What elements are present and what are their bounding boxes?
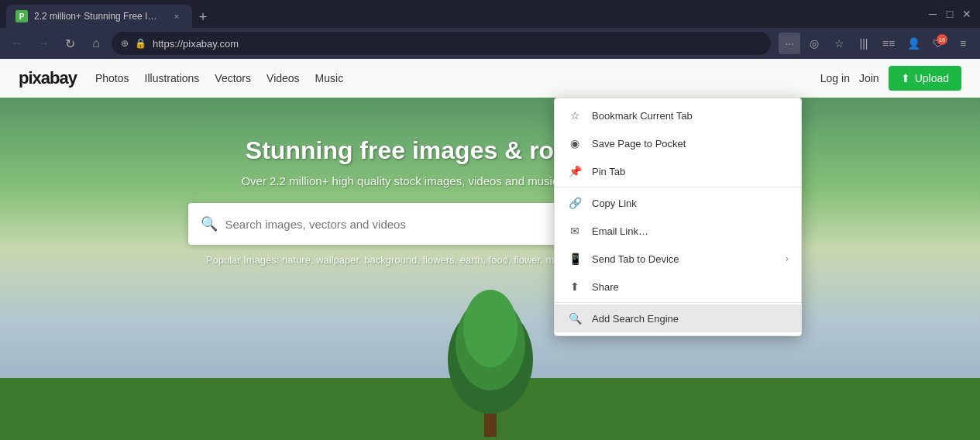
hero-section: Stunning free images & royalty free stoc… bbox=[0, 98, 980, 281]
history-button[interactable]: ||| bbox=[853, 33, 875, 54]
address-bar: ← → ↻ ⌂ ⊕ 🔒 https://pixabay.com ··· ◎ ☆ … bbox=[0, 28, 980, 59]
pocket-icon: ◎ bbox=[810, 37, 819, 50]
new-tab-button[interactable]: + bbox=[192, 6, 214, 28]
page-content: pixabay Photos Illustrations Vectors Vid… bbox=[0, 59, 980, 440]
pocket-menu-icon: ◉ bbox=[567, 136, 583, 151]
minimize-button[interactable]: ─ bbox=[926, 7, 940, 21]
lock-icon: 🔒 bbox=[135, 38, 146, 49]
nav-link-photos[interactable]: Photos bbox=[95, 72, 129, 84]
menu-item-email[interactable]: ✉ Email Link… bbox=[555, 217, 801, 245]
share-menu-icon: ⬆ bbox=[567, 279, 583, 294]
nav-link-vectors[interactable]: Vectors bbox=[215, 72, 251, 84]
back-button[interactable]: ← bbox=[6, 33, 28, 54]
toolbar-icons: ··· ◎ ☆ ||| ≡≡ 👤 🛡 16 ≡ bbox=[779, 33, 974, 54]
tab-area: P 2.2 million+ Stunning Free Ima... × + bbox=[6, 0, 916, 28]
account-button[interactable]: 👤 bbox=[903, 33, 924, 54]
hero-subtitle: Over 2.2 million+ high quality stock ima… bbox=[15, 174, 965, 187]
tree-svg bbox=[421, 282, 560, 437]
search-icon: 🔍 bbox=[201, 215, 218, 232]
refresh-button[interactable]: ↻ bbox=[59, 33, 81, 54]
join-button[interactable]: Join bbox=[859, 72, 879, 84]
menu-item-bookmark[interactable]: ☆ Bookmark Current Tab bbox=[555, 101, 801, 129]
submenu-arrow-icon: › bbox=[786, 253, 789, 264]
url-bar[interactable]: ⊕ 🔒 https://pixabay.com bbox=[112, 32, 771, 55]
title-bar: P 2.2 million+ Stunning Free Ima... × + … bbox=[0, 0, 980, 28]
nav-link-illustrations[interactable]: Illustrations bbox=[145, 72, 200, 84]
extensions-button[interactable]: 🛡 16 bbox=[927, 33, 949, 54]
extensions-badge: 16 bbox=[937, 34, 947, 45]
nav-actions: Log in Join ⬆ Upload bbox=[820, 66, 961, 91]
shield-icon: ⊕ bbox=[121, 38, 129, 49]
nav-link-music[interactable]: Music bbox=[315, 72, 344, 84]
menu-item-pin[interactable]: 📌 Pin Tab bbox=[555, 157, 801, 185]
nav-link-videos[interactable]: Videos bbox=[266, 72, 300, 84]
bookmark-menu-icon: ☆ bbox=[567, 108, 583, 123]
pin-menu-icon: 📌 bbox=[567, 163, 583, 179]
email-menu-icon: ✉ bbox=[567, 223, 583, 239]
active-tab[interactable]: P 2.2 million+ Stunning Free Ima... × bbox=[6, 5, 192, 28]
url-text: https://pixabay.com bbox=[153, 38, 762, 50]
pixabay-page: pixabay Photos Illustrations Vectors Vid… bbox=[0, 59, 980, 440]
window-controls: ─ □ ✕ bbox=[926, 7, 974, 21]
star-icon: ☆ bbox=[834, 37, 844, 50]
history-icon: ||| bbox=[860, 37, 868, 50]
more-options-button[interactable]: ··· bbox=[779, 33, 800, 54]
menu-item-send-tab[interactable]: 📱 Send Tab to Device › bbox=[555, 245, 801, 273]
popular-tags: Popular Images: nature, wallpaper, backg… bbox=[15, 254, 965, 266]
tab-close-button[interactable]: × bbox=[170, 10, 183, 22]
menu-item-pocket[interactable]: ◉ Save Page to Pocket bbox=[555, 129, 801, 157]
menu-separator-1 bbox=[555, 187, 801, 187]
main-menu-button[interactable]: ≡ bbox=[952, 33, 974, 54]
browser-frame: P 2.2 million+ Stunning Free Ima... × + … bbox=[0, 0, 980, 440]
menu-separator-2 bbox=[555, 302, 801, 303]
nav-links: Photos Illustrations Vectors Videos Musi… bbox=[95, 72, 802, 84]
close-window-button[interactable]: ✕ bbox=[960, 7, 974, 21]
bookmark-button[interactable]: ☆ bbox=[828, 33, 850, 54]
menu-item-copy-link[interactable]: 🔗 Copy Link bbox=[555, 189, 801, 217]
maximize-button[interactable]: □ bbox=[943, 7, 957, 21]
upload-icon: ⬆ bbox=[901, 72, 910, 84]
account-icon: 👤 bbox=[907, 37, 920, 50]
upload-button[interactable]: ⬆ Upload bbox=[889, 66, 961, 91]
login-button[interactable]: Log in bbox=[820, 72, 850, 84]
tab-title: 2.2 million+ Stunning Free Ima... bbox=[34, 11, 164, 22]
menu-item-share[interactable]: ⬆ Share bbox=[555, 273, 801, 301]
context-menu: ☆ Bookmark Current Tab ◉ Save Page to Po… bbox=[554, 98, 802, 336]
add-search-icon: 🔍 bbox=[567, 311, 583, 326]
copy-link-icon: 🔗 bbox=[567, 195, 583, 211]
forward-button[interactable]: → bbox=[33, 33, 54, 54]
svg-point-3 bbox=[463, 290, 518, 367]
menu-item-add-search[interactable]: 🔍 Add Search Engine bbox=[555, 304, 801, 332]
tree-decoration bbox=[421, 282, 560, 440]
reader-icon: ≡≡ bbox=[882, 37, 895, 50]
send-tab-icon: 📱 bbox=[567, 251, 583, 266]
hero-title: Stunning free images & royalty free stoc… bbox=[15, 136, 965, 165]
site-navbar: pixabay Photos Illustrations Vectors Vid… bbox=[0, 59, 980, 98]
tab-favicon: P bbox=[15, 10, 28, 22]
home-button[interactable]: ⌂ bbox=[85, 33, 107, 54]
pocket-button[interactable]: ◎ bbox=[803, 33, 825, 54]
site-logo[interactable]: pixabay bbox=[19, 68, 77, 88]
reader-mode-button[interactable]: ≡≡ bbox=[878, 33, 899, 54]
